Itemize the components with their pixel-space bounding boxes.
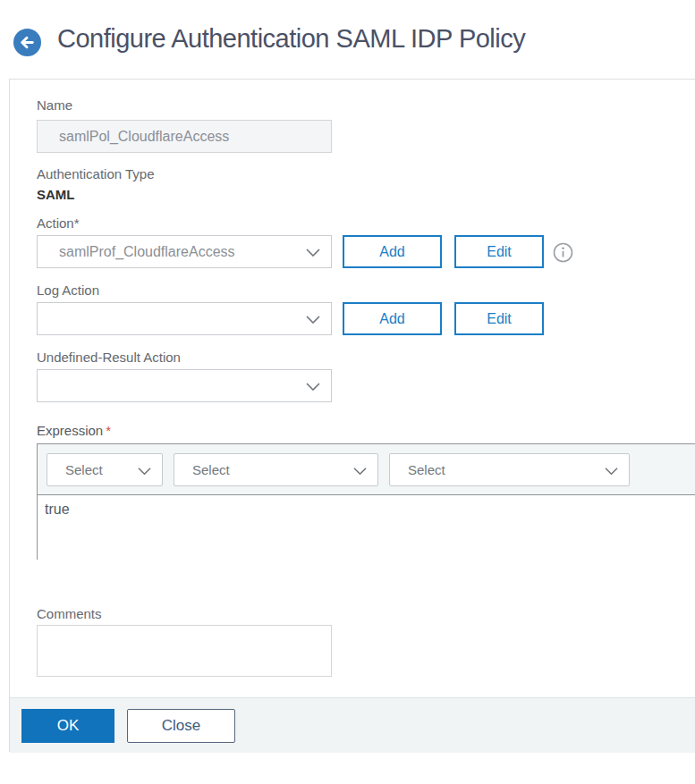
chevron-down-icon — [353, 462, 367, 477]
name-label: Name — [37, 97, 72, 113]
expression-label: Expression* — [37, 423, 111, 438]
comments-label: Comments — [37, 606, 102, 621]
add-log-action-button[interactable]: Add — [343, 302, 442, 335]
footer-bar: OK Close — [10, 697, 695, 753]
expression-select-3[interactable]: Select — [389, 453, 630, 486]
page-header: Configure Authentication SAML IDP Policy — [0, 0, 695, 79]
expression-toolbar: Select Select Select — [38, 444, 695, 495]
authentication-type-value: SAML — [37, 187, 75, 202]
log-action-label: Log Action — [37, 282, 99, 298]
required-asterisk: * — [106, 423, 111, 438]
action-label: Action* — [37, 215, 80, 231]
undefined-result-action-label: Undefined-Result Action — [37, 350, 181, 365]
content-panel: Name Authentication Type SAML Action* sa… — [9, 79, 695, 752]
chevron-down-icon — [605, 462, 618, 477]
undefined-result-action-select[interactable] — [37, 369, 332, 402]
action-select-value: samlProf_CloudflareAccess — [59, 244, 235, 260]
add-action-button[interactable]: Add — [343, 235, 442, 268]
log-action-select[interactable] — [37, 302, 332, 335]
expression-builder: Select Select Select true — [37, 443, 695, 560]
expression-select-2[interactable]: Select — [174, 453, 378, 486]
edit-action-button[interactable]: Edit — [454, 235, 544, 268]
chevron-down-icon — [306, 378, 320, 394]
ok-button[interactable]: OK — [21, 709, 114, 743]
chevron-down-icon — [138, 462, 151, 477]
expression-textarea[interactable]: true — [38, 496, 695, 560]
edit-log-action-button[interactable]: Edit — [454, 302, 544, 335]
chevron-down-icon — [306, 311, 320, 327]
info-icon[interactable] — [553, 242, 573, 263]
close-button[interactable]: Close — [127, 709, 235, 743]
chevron-down-icon — [306, 244, 320, 260]
authentication-type-label: Authentication Type — [37, 166, 154, 181]
back-button[interactable] — [13, 29, 41, 56]
page-title: Configure Authentication SAML IDP Policy — [57, 24, 525, 54]
expression-select-1[interactable]: Select — [47, 453, 163, 486]
action-select[interactable]: samlProf_CloudflareAccess — [37, 235, 332, 268]
name-input — [37, 120, 332, 153]
comments-textarea[interactable] — [37, 625, 332, 677]
arrow-left-circle-icon — [13, 29, 41, 56]
